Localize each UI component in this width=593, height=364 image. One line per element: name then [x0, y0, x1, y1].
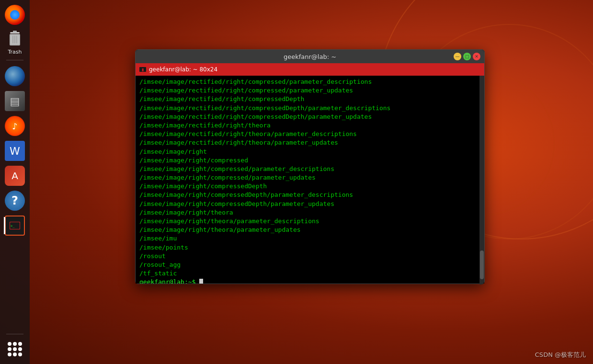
terminal-line: /rosout	[139, 252, 480, 261]
svg-text:>_: >_	[11, 224, 15, 228]
terminal-taskbar-icon: >_	[5, 216, 25, 236]
terminal-line: /imsee/image/right/compressed	[139, 156, 480, 165]
trash-label: Trash	[8, 49, 22, 55]
taskbar-divider-2	[6, 334, 23, 334]
terminal-line: /imsee/image/rectified/right/compressedD…	[139, 95, 480, 103]
terminal-svg-icon: >_	[9, 221, 21, 230]
appstore-icon: A	[5, 166, 25, 186]
dot	[13, 353, 17, 356]
terminal-line: /imsee/image/rectified/right/compressed/…	[139, 86, 480, 95]
terminal-line: /rosout_agg	[139, 261, 480, 269]
terminal-line: /imsee/points	[139, 243, 480, 252]
terminal-line: /imsee/image/rectified/right/compressed/…	[139, 78, 480, 86]
desktop: Trash ♪ W A	[0, 0, 593, 364]
terminal-tab-icon	[139, 67, 146, 72]
terminal-line: /imsee/image/right/theora/parameter_desc…	[139, 217, 480, 226]
taskbar-icon-writer[interactable]: W	[4, 140, 26, 162]
terminal-tabbar: geekfanr@lab: ~ 80x24	[136, 63, 484, 76]
terminal-line: /imsee/image/right/compressed/parameter_…	[139, 165, 480, 173]
terminal-titlebar[interactable]: geekfanr@lab: ~ — □ ✕	[136, 50, 484, 63]
writer-icon: W	[5, 141, 25, 161]
taskbar-top-icons: Trash ♪ W A	[4, 4, 26, 364]
terminal-line: /imsee/image/right/compressedDepth/param…	[139, 200, 480, 208]
terminal-content[interactable]: /imsee/image/rectified/right/compressed/…	[136, 76, 484, 284]
taskbar-divider-1	[6, 60, 23, 60]
maximize-button[interactable]: □	[463, 53, 471, 60]
terminal-line: /imsee/image/right/compressedDepth	[139, 182, 480, 191]
dot	[8, 353, 11, 356]
terminal-prompt-line: geekfanr@lab:~$	[139, 278, 480, 284]
app-grid-button[interactable]	[5, 339, 25, 359]
minimize-button[interactable]: —	[454, 53, 461, 60]
close-button[interactable]: ✕	[473, 53, 480, 60]
trash-icon-wrap	[5, 29, 25, 49]
terminal-line: /imsee/image/rectified/right/theora/para…	[139, 130, 480, 138]
taskbar-icon-thunderbird[interactable]	[4, 65, 26, 87]
dot	[8, 347, 11, 351]
terminal-line: /imsee/image/rectified/right/theora	[139, 121, 480, 130]
trash-container[interactable]: Trash	[5, 29, 25, 55]
terminal-line: /imsee/image/right/theora/parameter_upda…	[139, 226, 480, 234]
dot	[8, 342, 11, 346]
window-controls: — □ ✕	[454, 53, 480, 60]
taskbar-icon-rhythmbox[interactable]: ♪	[4, 115, 26, 137]
dot	[13, 342, 17, 346]
terminal-tab-label: geekfanr@lab: ~ 80x24	[149, 66, 217, 73]
active-indicator	[4, 217, 5, 234]
terminal-line: /imsee/image/right	[139, 148, 480, 156]
terminal-window-title: geekfanr@lab: ~	[284, 53, 336, 60]
dot	[18, 342, 22, 346]
app-grid-icon	[8, 342, 22, 356]
trash-icon	[8, 30, 22, 47]
terminal-prompt: geekfanr@lab:~$	[139, 278, 199, 284]
terminal-scrollbar-thumb	[480, 250, 484, 279]
svg-rect-1	[13, 31, 17, 33]
terminal-line: /imsee/image/rectified/right/compressedD…	[139, 113, 480, 121]
terminal-line: /imsee/image/right/compressed/parameter_…	[139, 173, 480, 182]
taskbar-icon-files[interactable]	[4, 90, 26, 112]
terminal-line: /imsee/image/rectified/right/compressedD…	[139, 104, 480, 113]
taskbar-icon-firefox[interactable]	[4, 4, 26, 26]
dot	[13, 347, 17, 351]
taskbar-bottom	[5, 332, 25, 364]
taskbar-icon-appstore[interactable]: A	[4, 165, 26, 187]
terminal-line: /imsee/image/right/compressedDepth/param…	[139, 191, 480, 199]
terminal-scrollbar[interactable]	[479, 76, 484, 284]
firefox-icon	[5, 5, 25, 25]
terminal-line: /imsee/image/right/theora	[139, 208, 480, 217]
terminal-line: /imsee/imu	[139, 234, 480, 243]
terminal-window: geekfanr@lab: ~ — □ ✕ geekfanr@lab: ~ 80…	[135, 49, 485, 284]
rhythmbox-icon: ♪	[5, 116, 25, 136]
terminal-line: /imsee/image/rectified/right/theora/para…	[139, 138, 480, 147]
help-icon: ?	[5, 191, 25, 211]
dot	[18, 353, 22, 356]
watermark: CSDN @极客范儿	[535, 351, 586, 359]
taskbar: Trash ♪ W A	[0, 0, 30, 364]
taskbar-icon-terminal[interactable]: >_	[4, 215, 26, 237]
taskbar-icon-help[interactable]: ?	[4, 190, 26, 212]
terminal-line: /tf_static	[139, 269, 480, 278]
thunderbird-icon	[5, 66, 25, 86]
dot	[18, 347, 22, 351]
files-icon	[5, 91, 25, 111]
terminal-cursor	[199, 279, 203, 284]
